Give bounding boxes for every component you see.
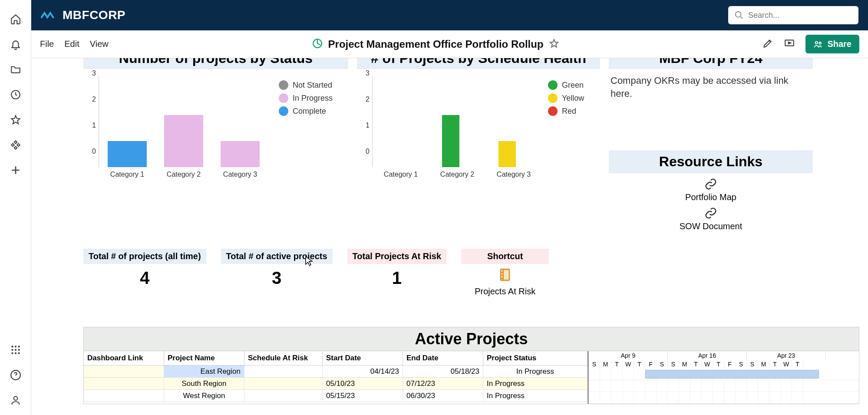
share-label: Share: [827, 39, 851, 49]
brand-name: MBFCORP: [63, 8, 125, 22]
svg-point-6: [18, 349, 20, 351]
menu-file[interactable]: File: [40, 39, 54, 49]
gantt-day-label: M: [758, 360, 769, 369]
document-title: Project Management Office Portfolio Roll…: [328, 38, 544, 50]
dashboard-icon: [312, 38, 323, 51]
svg-point-3: [18, 346, 20, 347]
gantt-day-label: T: [792, 360, 803, 369]
side-info-panel: MBF Corp FY24 Company OKRs may be access…: [609, 58, 813, 231]
active-projects-table: Active Projects Dashboard Link Project N…: [83, 327, 859, 404]
metric-projects-at-risk: Total Projects At Risk 1: [347, 249, 447, 288]
search-box[interactable]: [728, 6, 858, 24]
plus-icon[interactable]: [10, 164, 22, 176]
bell-icon[interactable]: [10, 38, 22, 50]
metrics-row: Total # of projects (all time) 4 Total #…: [83, 249, 859, 296]
gantt-day-label: W: [702, 360, 713, 369]
table-title: Active Projects: [84, 327, 859, 351]
chart-projects-by-status: Number of projects by Status 0 1 2 3 Cat…: [83, 58, 348, 231]
gantt-day-label: T: [713, 360, 724, 369]
resource-link-sow-document[interactable]: SOW Document: [609, 207, 813, 231]
table-row[interactable]: East Region 04/14/23 05/18/23 In Progres…: [84, 366, 587, 378]
metric-total-projects: Total # of projects (all time) 4: [83, 249, 206, 288]
favorite-star-icon[interactable]: [549, 38, 559, 50]
present-icon[interactable]: [784, 38, 795, 51]
metric-active-projects: Total # of active projects 3: [221, 249, 333, 288]
resource-link-portfolio-map[interactable]: Portfolio Map: [609, 178, 813, 202]
gantt-day-label: M: [679, 360, 690, 369]
svg-point-2: [14, 346, 16, 347]
gantt-day-label: S: [657, 360, 668, 369]
brand-logo[interactable]: MBFCORP: [41, 8, 125, 22]
apps-diamond-icon[interactable]: [10, 139, 22, 151]
side-panel-title: MBF Corp FY24: [609, 58, 813, 69]
gantt-day-label: S: [668, 360, 679, 369]
dashboard-content: Number of projects by Status 0 1 2 3 Cat…: [31, 58, 868, 415]
svg-point-12: [736, 12, 741, 17]
user-icon[interactable]: [10, 394, 22, 406]
svg-point-11: [13, 396, 17, 400]
svg-point-8: [14, 352, 16, 354]
chart-a-legend: Not Started In Progress Complete: [279, 72, 348, 180]
svg-point-15: [815, 41, 818, 44]
table-header-row: Dashboard Link Project Name Schedule At …: [84, 351, 587, 366]
table-row[interactable]: South Region 05/10/23 07/12/23 In Progre…: [84, 378, 587, 390]
gantt-day-label: M: [600, 360, 611, 369]
gantt-day-label: W: [781, 360, 792, 369]
svg-point-9: [18, 352, 20, 354]
clock-icon[interactable]: [10, 89, 22, 101]
gantt-day-label: F: [645, 360, 657, 369]
svg-point-1: [11, 346, 13, 347]
topbar: MBFCORP: [31, 0, 868, 30]
side-panel-text: Company OKRs may be accessed via link he…: [609, 72, 813, 102]
chart-a-title: Number of projects by Status: [83, 58, 348, 69]
gantt-day-label: S: [589, 360, 600, 369]
home-icon[interactable]: [10, 13, 22, 25]
gantt-area[interactable]: Apr 9 Apr 16 Apr 23 SMTWTFSSMTWTFSSMTWT: [587, 351, 859, 404]
document-toolbar: File Edit View Project Management Office…: [31, 30, 868, 58]
gantt-day-label: F: [724, 360, 736, 369]
gantt-day-label: T: [690, 360, 702, 369]
search-icon: [734, 10, 744, 20]
gantt-day-label: S: [736, 360, 747, 369]
svg-point-7: [11, 352, 13, 354]
share-button[interactable]: Share: [805, 35, 859, 53]
resource-links-heading: Resource Links: [609, 150, 813, 173]
svg-point-4: [11, 349, 13, 351]
gantt-day-label: T: [769, 360, 781, 369]
left-sidebar: [0, 0, 31, 415]
chart-schedule-health: # of Projects by Schedule Health 0 1 2 3…: [357, 58, 600, 231]
gantt-day-label: W: [623, 360, 634, 369]
gantt-day-label: S: [747, 360, 758, 369]
folder-icon[interactable]: [10, 63, 22, 76]
share-people-icon: [813, 40, 823, 49]
star-icon[interactable]: [10, 114, 22, 126]
link-icon: [704, 178, 717, 191]
notebook-icon: [498, 267, 512, 284]
svg-point-5: [14, 349, 16, 351]
table-row[interactable]: West Region 05/15/23 06/30/23 In Progres…: [84, 390, 587, 402]
link-icon: [704, 207, 717, 220]
apps-grid-icon[interactable]: [10, 344, 22, 356]
chart-b-title: # of Projects by Schedule Health: [357, 58, 600, 69]
metric-shortcut[interactable]: Shortcut Projects At Risk: [461, 249, 549, 296]
gantt-day-label: T: [611, 360, 623, 369]
edit-pencil-icon[interactable]: [762, 38, 773, 51]
menu-view[interactable]: View: [90, 39, 109, 49]
svg-point-16: [819, 42, 822, 44]
gantt-day-label: T: [634, 360, 645, 369]
search-input[interactable]: [748, 11, 852, 20]
help-icon[interactable]: [10, 369, 22, 381]
chart-b-legend: Green Yellow Red: [548, 72, 600, 180]
menu-edit[interactable]: Edit: [64, 39, 79, 49]
